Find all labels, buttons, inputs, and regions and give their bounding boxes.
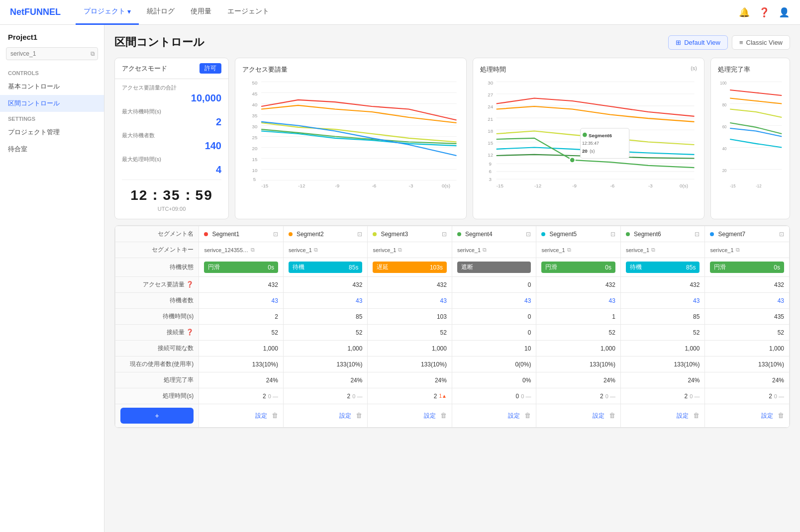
seg6-delete-button[interactable]: 🗑 bbox=[693, 412, 700, 419]
seg3-status-badge: 遅延103s bbox=[373, 262, 447, 273]
seg5-process-time: 20 — bbox=[536, 388, 621, 404]
svg-text:20: 20 bbox=[252, 146, 258, 151]
grid-icon: ⊞ bbox=[676, 39, 681, 46]
seg6-name: Segment6 bbox=[634, 231, 661, 238]
seg7-name-cell: Segment7 ⊡ bbox=[705, 226, 790, 242]
sidebar-item-basic-control[interactable]: 基本コントロール bbox=[0, 78, 104, 95]
svg-text:-15: -15 bbox=[730, 183, 735, 188]
seg1-copy-icon[interactable]: ⧉ bbox=[251, 247, 255, 253]
svg-text:0(s): 0(s) bbox=[680, 183, 688, 188]
sidebar-item-section-control[interactable]: 区間コントロール bbox=[0, 95, 104, 112]
header-connections: 接続量 ❓ bbox=[115, 325, 199, 341]
nav-stats-log[interactable]: 統計ログ bbox=[139, 0, 183, 25]
seg4-actions: 設定 🗑 bbox=[452, 404, 536, 428]
help-icon[interactable]: ❓ bbox=[758, 6, 770, 18]
seg5-connectable: 1,000 bbox=[536, 341, 621, 356]
seg4-delete-button[interactable]: 🗑 bbox=[524, 412, 531, 419]
connections-help-icon[interactable]: ❓ bbox=[186, 329, 194, 336]
seg5-expand-icon[interactable]: ⊡ bbox=[610, 231, 615, 238]
nav-project[interactable]: プロジェクト ▾ bbox=[76, 0, 139, 25]
seg1-status-badge: 円滑0s bbox=[204, 262, 278, 273]
seg7-copy-icon[interactable]: ⧉ bbox=[736, 247, 740, 253]
seg1-settings-button[interactable]: 設定 bbox=[252, 411, 270, 421]
svg-text:-15: -15 bbox=[261, 183, 269, 188]
seg2-expand-icon[interactable]: ⊡ bbox=[357, 231, 362, 238]
svg-text:-12: -12 bbox=[534, 183, 541, 188]
seg7-delete-button[interactable]: 🗑 bbox=[778, 412, 784, 419]
search-input[interactable] bbox=[6, 47, 98, 60]
svg-text:80: 80 bbox=[722, 102, 727, 107]
seg1-delete-button[interactable]: 🗑 bbox=[272, 412, 278, 419]
nav-usage[interactable]: 使用量 bbox=[183, 0, 219, 25]
seg7-name: Segment7 bbox=[718, 231, 745, 238]
seg6-connectable: 1,000 bbox=[620, 341, 705, 356]
seg2-copy-icon[interactable]: ⧉ bbox=[314, 247, 318, 253]
svg-text:15: 15 bbox=[252, 157, 258, 162]
seg4-expand-icon[interactable]: ⊡ bbox=[526, 231, 531, 238]
seg3-wait-time: 103 bbox=[368, 309, 452, 325]
seg3-delete-button[interactable]: 🗑 bbox=[440, 412, 447, 419]
seg6-copy-icon[interactable]: ⧉ bbox=[651, 247, 655, 253]
access-help-icon[interactable]: ❓ bbox=[186, 281, 194, 288]
seg2-delete-button[interactable]: 🗑 bbox=[356, 412, 362, 419]
seg3-usage: 133(10%) bbox=[368, 356, 452, 372]
seg5-usage: 133(10%) bbox=[536, 356, 621, 372]
classic-view-button[interactable]: ≡ Classic View bbox=[732, 35, 790, 50]
svg-text:10: 10 bbox=[252, 168, 258, 173]
table-row-connectable: 接続可能な数 1,000 1,000 1,000 10 1,000 1,000 … bbox=[115, 341, 790, 356]
default-view-button[interactable]: ⊞ Default View bbox=[668, 35, 728, 50]
seg1-expand-icon[interactable]: ⊡ bbox=[273, 231, 278, 238]
seg2-settings-button[interactable]: 設定 bbox=[336, 411, 354, 421]
seg2-wait-time: 85 bbox=[283, 309, 368, 325]
add-segment-button[interactable]: + bbox=[120, 408, 194, 424]
seg3-completion: 24% bbox=[368, 372, 452, 388]
table-row-status: 待機状態 円滑0s 待機85s 遅延103s 遮断 円滑0s 待機85s 円滑0… bbox=[115, 258, 790, 277]
seg7-connections: 52 bbox=[705, 325, 790, 341]
svg-text:6: 6 bbox=[489, 169, 492, 174]
seg1-wait-time: 2 bbox=[199, 309, 284, 325]
main-nav: プロジェクト ▾ 統計ログ 使用量 エージェント bbox=[76, 0, 738, 25]
seg7-settings-button[interactable]: 設定 bbox=[758, 411, 776, 421]
sidebar-item-project-management[interactable]: プロジェクト管理 bbox=[0, 124, 104, 141]
svg-text:5: 5 bbox=[253, 177, 256, 182]
seg6-settings-button[interactable]: 設定 bbox=[674, 411, 692, 421]
seg3-copy-icon[interactable]: ⧉ bbox=[398, 247, 402, 253]
seg5-delete-button[interactable]: 🗑 bbox=[609, 412, 615, 419]
seg4-process-time: 00 — bbox=[452, 388, 536, 404]
nav-agent[interactable]: エージェント bbox=[219, 0, 277, 25]
seg6-expand-icon[interactable]: ⊡ bbox=[695, 231, 700, 238]
svg-text:-12: -12 bbox=[298, 183, 305, 188]
seg4-settings-button[interactable]: 設定 bbox=[505, 411, 523, 421]
table-row-waiting: 待機者数 43 43 43 43 43 43 43 bbox=[115, 293, 790, 309]
seg3-up-arrow: 1▲ bbox=[439, 393, 446, 399]
svg-text:-6: -6 bbox=[372, 183, 377, 188]
header-access: アクセス要請量 ❓ bbox=[115, 277, 199, 293]
seg5-name: Segment5 bbox=[549, 231, 577, 238]
seg5-settings-button[interactable]: 設定 bbox=[590, 411, 607, 421]
seg3-settings-button[interactable]: 設定 bbox=[421, 411, 439, 421]
seg7-key-cell: serivce_1⧉ bbox=[705, 242, 790, 258]
notification-icon[interactable]: 🔔 bbox=[738, 6, 750, 18]
seg7-expand-icon[interactable]: ⊡ bbox=[779, 231, 784, 238]
header: NetFUNNEL プロジェクト ▾ 統計ログ 使用量 エージェント 🔔 ❓ 👤 bbox=[0, 0, 800, 25]
seg3-expand-icon[interactable]: ⊡ bbox=[442, 231, 447, 238]
seg1-name-cell: Segment1 ⊡ bbox=[199, 226, 284, 242]
seg2-dot bbox=[289, 232, 293, 236]
table-row-wait-time: 待機時間(s) 2 85 103 0 1 85 435 bbox=[115, 309, 790, 325]
seg5-key-cell: serivce_1⧉ bbox=[536, 242, 621, 258]
seg1-access: 432 bbox=[199, 277, 284, 293]
seg4-copy-icon[interactable]: ⧉ bbox=[483, 247, 487, 253]
seg4-waiting: 43 bbox=[452, 293, 536, 309]
completion-chart-title: 処理完了率 bbox=[718, 65, 783, 74]
svg-text:-9: -9 bbox=[572, 183, 577, 188]
seg7-wait-time: 435 bbox=[705, 309, 790, 325]
sidebar-item-waiting-room[interactable]: 待合室 bbox=[0, 141, 104, 158]
seg4-key-cell: serivce_1⧉ bbox=[452, 242, 536, 258]
account-icon[interactable]: 👤 bbox=[778, 6, 790, 18]
seg5-copy-icon[interactable]: ⧉ bbox=[567, 247, 571, 253]
seg3-process-time: 21▲ bbox=[368, 388, 452, 404]
seg5-dot bbox=[541, 232, 545, 236]
logo-prefix: Net bbox=[10, 7, 24, 17]
seg7-status-badge: 円滑0s bbox=[710, 262, 784, 273]
seg7-actions: 設定 🗑 bbox=[705, 404, 790, 428]
